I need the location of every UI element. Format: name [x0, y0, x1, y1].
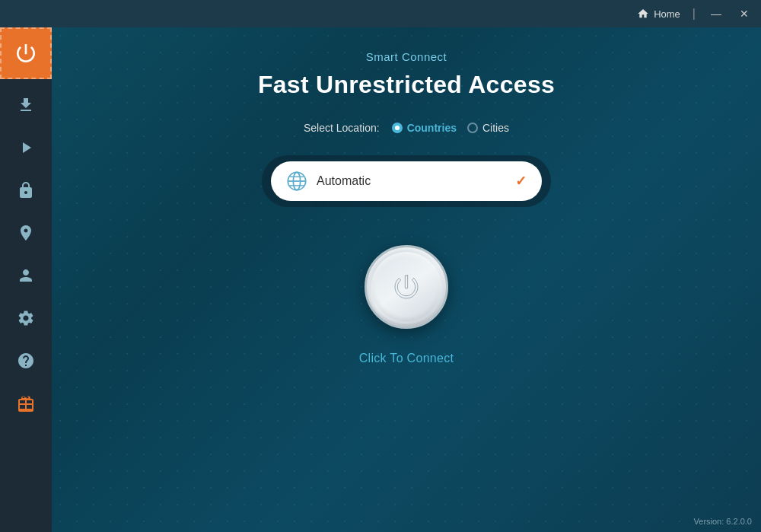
power-icon	[14, 41, 38, 65]
version-text: Version: 6.2.0.0	[694, 517, 752, 526]
radio-group: Countries Cities	[392, 122, 509, 134]
connect-power-icon	[391, 272, 422, 302]
sidebar-power-button[interactable]	[0, 27, 52, 79]
click-to-connect-label[interactable]: Click To Connect	[359, 352, 454, 365]
sidebar-item-help[interactable]	[3, 341, 49, 381]
radio-label-cities: Cities	[482, 122, 509, 134]
sidebar-item-profile[interactable]	[3, 256, 49, 295]
title-bar: Home | — ✕	[0, 0, 761, 27]
sidebar-item-gift[interactable]	[3, 384, 49, 423]
home-icon	[637, 8, 649, 20]
app-layout: Smart Connect Fast Unrestricted Access S…	[0, 27, 761, 532]
home-label: Home	[654, 8, 680, 20]
lock-icon	[17, 181, 35, 199]
dropdown-value: Automatic	[317, 174, 506, 188]
chevron-down-icon: ✓	[515, 173, 527, 190]
power-button-wrapper	[365, 245, 448, 329]
dropdown-container: Automatic ✓	[262, 155, 551, 207]
sidebar	[0, 27, 52, 532]
play-icon	[17, 139, 35, 157]
radio-countries[interactable]: Countries	[392, 122, 457, 134]
divider: |	[693, 7, 696, 21]
sidebar-nav	[0, 85, 52, 435]
connect-power-button[interactable]	[365, 245, 448, 329]
radio-cities[interactable]: Cities	[467, 122, 509, 134]
main-content: Smart Connect Fast Unrestricted Access S…	[52, 27, 761, 532]
settings-icon	[17, 309, 35, 327]
minimize-button[interactable]: —	[708, 6, 724, 21]
close-button[interactable]: ✕	[737, 6, 752, 21]
sidebar-item-settings[interactable]	[3, 298, 49, 338]
profile-icon	[17, 266, 35, 285]
download-icon	[17, 96, 35, 114]
globe-icon	[286, 170, 307, 192]
radio-label-countries: Countries	[407, 122, 457, 134]
select-location-label: Select Location:	[304, 122, 380, 134]
radio-dot-cities	[467, 123, 478, 133]
sidebar-item-download[interactable]	[3, 85, 49, 125]
location-selector: Select Location: Countries Cities	[304, 122, 509, 134]
location-dropdown[interactable]: Automatic ✓	[271, 161, 542, 201]
ip-icon	[17, 224, 35, 242]
home-button[interactable]: Home	[637, 8, 680, 20]
gift-icon	[17, 394, 35, 413]
smart-connect-label: Smart Connect	[366, 50, 447, 63]
radio-dot-countries	[392, 123, 403, 133]
content-inner: Smart Connect Fast Unrestricted Access S…	[52, 50, 761, 365]
help-icon	[17, 352, 35, 370]
sidebar-item-play[interactable]	[3, 128, 49, 167]
sidebar-item-lock[interactable]	[3, 170, 49, 210]
sidebar-item-ip[interactable]	[3, 213, 49, 253]
main-title: Fast Unrestricted Access	[258, 71, 555, 99]
